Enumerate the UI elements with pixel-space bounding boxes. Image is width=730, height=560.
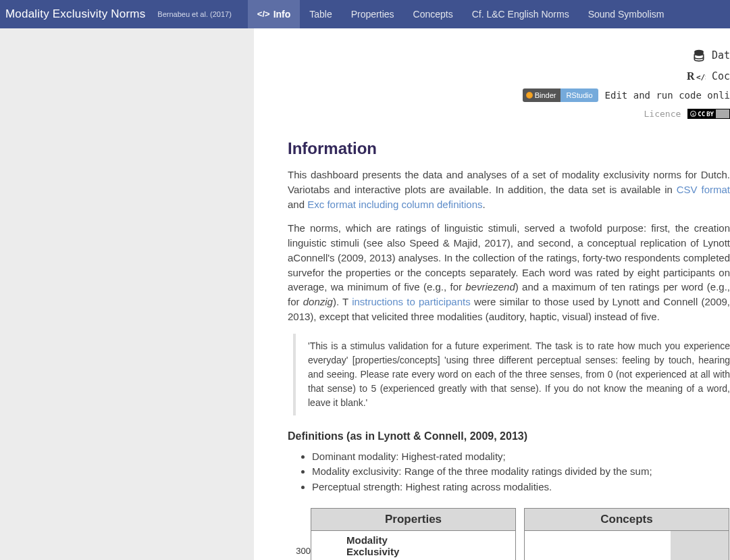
binder-description: Edit and run code onli (605, 90, 730, 101)
binder-right-text: RStudio (560, 88, 598, 102)
list-item: Perceptual strength: Highest rating acro… (312, 480, 730, 495)
licence-label: Licence (644, 109, 681, 119)
info-heading: Information (288, 139, 730, 158)
binder-icon (526, 92, 533, 99)
tab-concepts[interactable]: Concepts (404, 0, 463, 28)
sidebar (0, 28, 254, 560)
binder-left-text: Binder (535, 91, 556, 99)
tab-label: Sound Symbolism (588, 0, 664, 28)
csv-link[interactable]: CSV format (677, 184, 730, 195)
binder-badge[interactable]: Binder RStudio (523, 88, 598, 102)
chart-facet-properties: Properties Modality Exclusivity (311, 508, 516, 560)
list-item: Dominant modality: Highest-rated modalit… (312, 449, 730, 465)
tab-label: Table (309, 0, 332, 28)
tab-table[interactable]: Table (300, 0, 341, 28)
instructions-link[interactable]: instructions to participants (352, 296, 471, 307)
code-link[interactable]: R </> Coc (254, 66, 730, 86)
cc-text: CC (698, 111, 705, 118)
link-text: Coc (712, 70, 730, 82)
info-section: Information This dashboard presents the … (254, 139, 730, 494)
facet-header: Concepts (525, 509, 729, 531)
main: Dat R </> Coc Binder RStudio Edit and ru… (0, 28, 730, 560)
info-paragraph-2: The norms, which are ratings of linguist… (288, 221, 730, 324)
list-item: Modality exclusivity: Range of the three… (312, 464, 730, 480)
code-icon: </> (257, 0, 270, 28)
definitions-list: Dominant modality: Highest-rated modalit… (288, 449, 730, 495)
chart-facet-concepts: Concepts (524, 508, 729, 560)
binder-row: Binder RStudio Edit and run code onli (254, 86, 730, 107)
definitions-heading: Definitions (as in Lynott & Connell, 200… (288, 430, 730, 442)
info-paragraph-1: This dashboard presents the data and ana… (288, 168, 730, 211)
instructions-quote: 'This is a stimulus validation for a fut… (293, 334, 730, 415)
tab-sound-symbolism[interactable]: Sound Symbolism (579, 0, 674, 28)
by-text: BY (706, 111, 714, 118)
tab-label: Cf. L&C English Norms (472, 0, 569, 28)
app-title: Modality Exclusivity Norms (5, 7, 145, 21)
top-links: Dat R </> Coc Binder RStudio Edit and ru… (254, 28, 730, 139)
excel-link[interactable]: Exc (307, 199, 324, 210)
chart: 300 Properties Modality Exclusivity Conc… (254, 508, 730, 560)
partial-bar (671, 531, 729, 560)
database-icon (692, 49, 706, 62)
data-link[interactable]: Dat (254, 45, 730, 66)
licence-row: Licence c CC BY (254, 107, 730, 132)
tab-label: Properties (351, 0, 394, 28)
cc-icon: c (690, 111, 696, 117)
legend-line-1: Modality (346, 535, 515, 546)
tab-properties[interactable]: Properties (342, 0, 404, 28)
y-axis-tick: 300 (288, 508, 311, 556)
svg-text:</>: </> (696, 73, 706, 82)
content: Dat R </> Coc Binder RStudio Edit and ru… (254, 28, 730, 560)
svg-text:R: R (687, 70, 695, 82)
link-text: Dat (712, 49, 730, 61)
r-code-icon: R </> (687, 70, 706, 82)
legend-line-2: Exclusivity (346, 546, 515, 558)
cc-badge[interactable]: c CC BY (687, 109, 730, 119)
tab-info[interactable]: </> Info (248, 0, 300, 28)
facet-header: Properties (311, 509, 515, 531)
format-link[interactable]: format including column definitions (327, 199, 482, 210)
navbar: Modality Exclusivity Norms Bernabeu et a… (0, 0, 730, 28)
tab-label: Concepts (413, 0, 453, 28)
app-subtitle: Bernabeu et al. (2017) (157, 10, 231, 18)
tab-label: Info (273, 0, 291, 28)
tab-cf-lc-english-norms[interactable]: Cf. L&C English Norms (463, 0, 579, 28)
